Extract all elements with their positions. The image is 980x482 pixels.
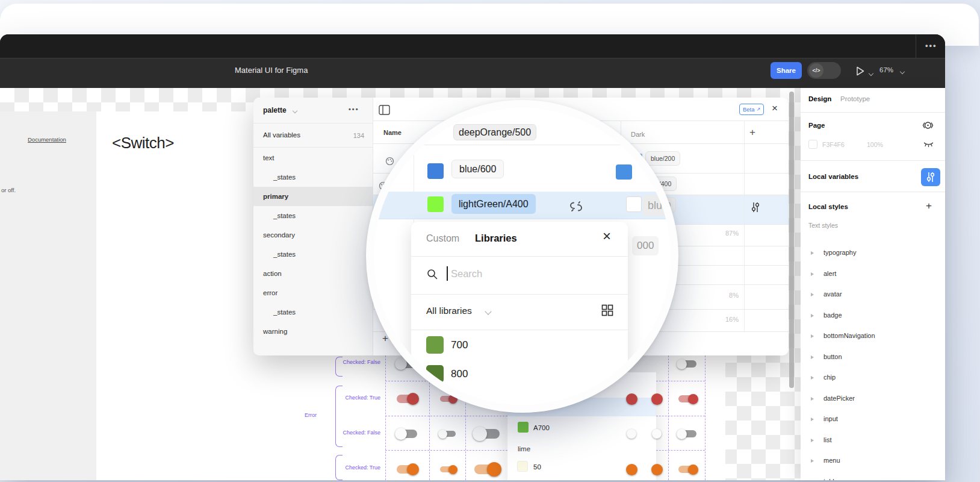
- text-style-item[interactable]: menu: [801, 456, 945, 471]
- expand-chevron-icon[interactable]: [811, 418, 814, 421]
- spec-dashed-line: [668, 355, 669, 480]
- switch-knob-fragment: [651, 464, 663, 475]
- variable-value[interactable]: 16%: [699, 316, 739, 323]
- more-options-icon[interactable]: •••: [925, 41, 937, 50]
- text-style-item[interactable]: typography: [801, 248, 945, 263]
- library-item[interactable]: A700: [533, 424, 550, 431]
- text-style-item[interactable]: bottomNavigation: [801, 331, 945, 346]
- library-item[interactable]: 50: [533, 463, 541, 471]
- material-switch[interactable]: [440, 466, 456, 472]
- zoom-level[interactable]: 67%: [879, 66, 893, 74]
- variable-chip[interactable]: blue/200: [645, 151, 680, 166]
- switch-knob: [407, 463, 419, 475]
- expand-chevron-icon[interactable]: [811, 355, 814, 359]
- variable-group-item[interactable]: _states: [253, 245, 373, 264]
- expand-chevron-icon[interactable]: [811, 480, 814, 481]
- canvas-scrollbar[interactable]: [789, 92, 794, 388]
- expand-chevron-icon[interactable]: [811, 459, 814, 463]
- variable-group-item[interactable]: _states: [253, 167, 373, 187]
- share-button[interactable]: Share: [771, 62, 802, 79]
- page-color-hex[interactable]: F3F4F6: [822, 141, 845, 148]
- variable-group-item[interactable]: text: [253, 148, 373, 167]
- toggle-sidebar-icon[interactable]: [379, 105, 390, 115]
- material-switch[interactable]: [440, 431, 456, 437]
- close-icon[interactable]: ×: [772, 102, 778, 114]
- tab-libraries[interactable]: Libraries: [475, 233, 517, 244]
- expand-chevron-icon[interactable]: [811, 376, 814, 380]
- search-input[interactable]: Search: [451, 268, 482, 280]
- text-style-item[interactable]: chip: [801, 373, 945, 387]
- text-style-item[interactable]: table: [801, 477, 945, 481]
- open-variables-button[interactable]: [921, 168, 940, 186]
- window-titlebar: [0, 34, 945, 58]
- variable-modes-icon[interactable]: [922, 120, 934, 130]
- adjust-variable-icon[interactable]: [751, 201, 760, 213]
- document-title[interactable]: Material UI for Figma: [235, 66, 308, 75]
- expand-chevron-icon[interactable]: [811, 272, 814, 276]
- variable-group-item[interactable]: warning: [253, 322, 373, 341]
- material-switch[interactable]: [678, 466, 696, 473]
- close-icon[interactable]: ×: [603, 228, 611, 245]
- variable-group-item[interactable]: _states: [253, 206, 373, 225]
- hidden-eye-icon[interactable]: [923, 140, 934, 148]
- variable-group-item[interactable]: primary: [253, 187, 373, 206]
- library-filter-dropdown[interactable]: All libraries: [426, 305, 472, 316]
- expand-chevron-icon[interactable]: [811, 397, 814, 401]
- variable-group-item[interactable]: secondary: [253, 225, 373, 245]
- add-mode-button[interactable]: +: [749, 127, 755, 139]
- grid-view-icon[interactable]: [601, 304, 613, 316]
- detach-variable-icon[interactable]: [568, 199, 584, 214]
- text-style-item[interactable]: datePicker: [801, 394, 945, 408]
- expand-chevron-icon[interactable]: [811, 251, 814, 255]
- library-item[interactable]: 700: [451, 339, 468, 351]
- dev-mode-toggle[interactable]: </>: [807, 62, 841, 79]
- variable-group-item[interactable]: _states: [253, 302, 373, 322]
- expand-chevron-icon[interactable]: [811, 439, 814, 442]
- switch-knob: [438, 430, 447, 439]
- expand-chevron-icon[interactable]: [811, 293, 814, 296]
- expand-chevron-icon[interactable]: [811, 314, 814, 318]
- variable-chip-selected[interactable]: lightGreen/A400: [451, 194, 536, 214]
- tab-prototype[interactable]: Prototype: [840, 95, 870, 102]
- beta-badge[interactable]: Beta ↗: [739, 104, 764, 115]
- text-style-item[interactable]: list: [801, 436, 945, 450]
- text-style-name: list: [823, 436, 831, 443]
- material-switch[interactable]: [678, 430, 696, 437]
- material-switch[interactable]: [678, 395, 696, 402]
- variable-group-item[interactable]: action: [253, 264, 373, 283]
- text-style-item[interactable]: avatar: [801, 290, 945, 304]
- tab-design[interactable]: Design: [808, 95, 831, 102]
- text-style-item[interactable]: badge: [801, 311, 945, 325]
- variable-value[interactable]: 87%: [699, 230, 739, 237]
- text-style-item[interactable]: input: [801, 415, 945, 429]
- tab-custom[interactable]: Custom: [426, 233, 459, 244]
- variable-chip-magnified[interactable]: blue/600: [451, 160, 504, 178]
- divider: [411, 256, 628, 257]
- all-variables-item[interactable]: All variables: [263, 131, 300, 139]
- material-switch[interactable]: [397, 465, 417, 474]
- collection-dropdown[interactable]: palette: [263, 106, 287, 114]
- expand-chevron-icon[interactable]: [811, 334, 814, 338]
- add-style-button[interactable]: +: [926, 200, 932, 212]
- page-section-label: Page: [808, 122, 825, 129]
- collection-menu-icon[interactable]: •••: [349, 105, 359, 113]
- page-color-opacity[interactable]: 100%: [867, 141, 883, 148]
- material-switch[interactable]: [678, 360, 696, 368]
- present-play-icon[interactable]: [855, 66, 866, 77]
- text-style-item[interactable]: button: [801, 352, 945, 367]
- canvas[interactable]: Documentation or off. <Switch> Checked: …: [0, 88, 801, 480]
- color-variable-icon: [385, 157, 394, 166]
- titlebar-divider: [916, 34, 916, 58]
- material-switch[interactable]: [397, 395, 417, 403]
- page-color-swatch[interactable]: [808, 140, 817, 149]
- variable-value[interactable]: 8%: [699, 292, 739, 299]
- switch-knob-fragment: [626, 464, 637, 475]
- material-switch[interactable]: [397, 430, 417, 438]
- library-item[interactable]: 800: [451, 368, 468, 380]
- documentation-link[interactable]: Documentation: [28, 136, 66, 143]
- material-switch[interactable]: [474, 429, 500, 439]
- text-style-item[interactable]: alert: [801, 269, 945, 284]
- variable-group-item[interactable]: error: [253, 283, 373, 302]
- variable-chip-magnified[interactable]: deepOrange/500: [453, 124, 536, 140]
- material-switch[interactable]: [474, 465, 500, 474]
